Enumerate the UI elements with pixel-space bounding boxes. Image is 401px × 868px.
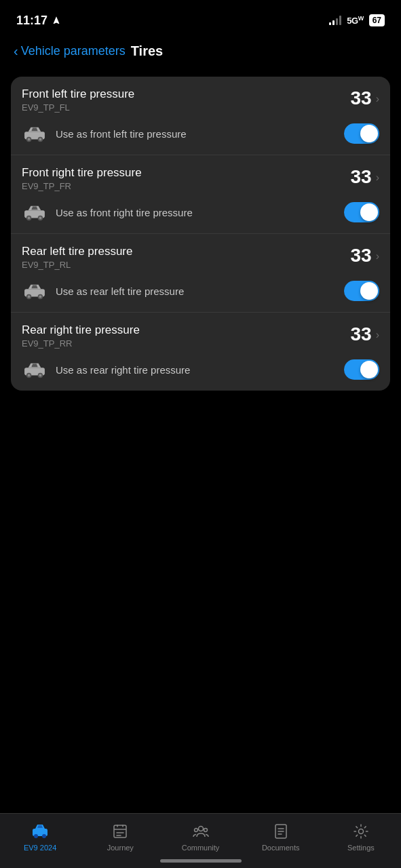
- tire-name-front-left: Front left tire pressure: [22, 87, 134, 101]
- toggle-switch-rear-left[interactable]: [344, 281, 379, 301]
- svg-point-19: [39, 374, 42, 377]
- toggle-switch-front-left[interactable]: [344, 123, 379, 144]
- tire-info-front-left: Front left tire pressure EV9_TP_FL: [22, 87, 134, 113]
- tire-sensor-id-front-left: EV9_TP_FL: [22, 102, 134, 113]
- location-icon: [52, 16, 61, 25]
- svg-point-21: [34, 834, 38, 838]
- documents-tab-label: Documents: [262, 844, 300, 852]
- svg-point-18: [28, 374, 31, 377]
- toggle-left-front-left: Use as front left tire pressure: [22, 124, 187, 143]
- status-right-area: 5GW 67: [329, 14, 385, 26]
- settings-tab-icon: [351, 822, 370, 841]
- home-indicator: [160, 859, 242, 863]
- tire-chevron-icon-rear-right: ›: [376, 329, 379, 341]
- tire-info-rear-left: Rear left tire pressure EV9_TP_RL: [22, 245, 132, 270]
- tire-sensor-id-front-right: EV9_TP_FR: [22, 181, 142, 191]
- tire-info-rear-right: Rear right tire pressure EV9_TP_RR: [22, 323, 140, 349]
- tire-sensor-id-rear-left: EV9_TP_RL: [22, 260, 132, 270]
- vehicle-tab-label: EV9 2024: [24, 844, 56, 852]
- tire-header-front-left: Front left tire pressure EV9_TP_FL 33 ›: [11, 77, 390, 117]
- toggle-left-rear-left: Use as rear left tire pressure: [22, 281, 184, 300]
- tire-section-front-right: Front right tire pressure EV9_TP_FR 33 ›: [11, 155, 390, 234]
- car-icon-rear-left: [22, 281, 47, 300]
- tire-value-front-right: 33: [351, 166, 372, 188]
- tire-section-rear-left: Rear left tire pressure EV9_TP_RL 33 ›: [11, 234, 390, 313]
- svg-point-9: [39, 217, 42, 220]
- svg-point-14: [39, 296, 42, 298]
- tire-name-rear-right: Rear right tire pressure: [22, 323, 140, 337]
- tire-chevron-icon-front-left: ›: [376, 93, 379, 105]
- svg-point-24: [198, 827, 203, 831]
- tire-chevron-icon-rear-left: ›: [376, 250, 379, 262]
- community-tab-icon: [191, 822, 210, 841]
- toggle-label-front-right: Use as front right tire pressure: [56, 207, 193, 218]
- status-time: 11:17: [16, 14, 61, 28]
- main-content: Front left tire pressure EV9_TP_FL 33 ›: [0, 70, 401, 404]
- svg-point-22: [42, 834, 46, 838]
- vehicle-tab-icon: [31, 822, 50, 841]
- tire-settings-card: Front left tire pressure EV9_TP_FL 33 ›: [11, 77, 390, 391]
- toggle-label-front-left: Use as front left tire pressure: [56, 128, 187, 140]
- svg-point-8: [28, 217, 31, 220]
- svg-point-3: [28, 138, 31, 141]
- tab-community[interactable]: Community: [160, 822, 240, 852]
- journey-tab-label: Journey: [107, 844, 134, 852]
- tire-value-rear-right: 33: [351, 323, 372, 345]
- tire-value-area-rear-right[interactable]: 33 ›: [351, 323, 379, 345]
- tire-name-front-right: Front right tire pressure: [22, 166, 142, 180]
- page-title: Tires: [131, 43, 163, 59]
- car-icon-front-right: [22, 203, 47, 222]
- svg-point-25: [194, 829, 197, 832]
- svg-point-4: [39, 138, 42, 141]
- tire-value-rear-left: 33: [351, 245, 372, 267]
- status-bar: 11:17 5GW 67: [0, 0, 401, 37]
- toggle-row-front-right: Use as front right tire pressure: [11, 195, 390, 233]
- tire-header-rear-left: Rear left tire pressure EV9_TP_RL 33 ›: [11, 234, 390, 274]
- svg-point-13: [28, 296, 31, 298]
- network-type: 5GW: [347, 15, 363, 26]
- svg-point-28: [358, 829, 363, 834]
- tire-name-rear-left: Rear left tire pressure: [22, 245, 132, 258]
- toggle-left-rear-right: Use as rear right tire pressure: [22, 360, 190, 379]
- toggle-knob-front-right: [360, 203, 378, 221]
- toggle-switch-rear-right[interactable]: [344, 359, 379, 380]
- toggle-knob-rear-right: [360, 361, 378, 378]
- signal-strength: [329, 16, 341, 25]
- toggle-switch-front-right[interactable]: [344, 202, 379, 222]
- tab-journey[interactable]: Journey: [80, 822, 160, 852]
- tire-value-area-rear-left[interactable]: 33 ›: [351, 245, 379, 267]
- toggle-row-rear-left: Use as rear left tire pressure: [11, 274, 390, 312]
- toggle-knob-front-left: [360, 125, 378, 142]
- car-icon-rear-right: [22, 360, 47, 379]
- toggle-left-front-right: Use as front right tire pressure: [22, 203, 193, 222]
- car-icon-front-left: [22, 124, 47, 143]
- back-button[interactable]: ‹ Vehicle parameters: [14, 43, 126, 59]
- toggle-row-front-left: Use as front left tire pressure: [11, 117, 390, 155]
- toggle-label-rear-left: Use as rear left tire pressure: [56, 285, 184, 297]
- tire-section-rear-right: Rear right tire pressure EV9_TP_RR 33 ›: [11, 313, 390, 391]
- journey-tab-icon: [111, 822, 130, 841]
- tab-settings[interactable]: Settings: [321, 822, 401, 852]
- back-label[interactable]: Vehicle parameters: [21, 44, 126, 58]
- nav-header: ‹ Vehicle parameters Tires: [0, 37, 401, 70]
- settings-tab-label: Settings: [347, 844, 375, 852]
- back-chevron-icon: ‹: [14, 43, 18, 59]
- tire-value-area-front-right[interactable]: 33 ›: [351, 166, 379, 188]
- tire-section-front-left: Front left tire pressure EV9_TP_FL 33 ›: [11, 77, 390, 155]
- toggle-knob-rear-left: [360, 282, 378, 300]
- toggle-label-rear-right: Use as rear right tire pressure: [56, 364, 190, 376]
- tire-header-front-right: Front right tire pressure EV9_TP_FR 33 ›: [11, 155, 390, 195]
- tire-info-front-right: Front right tire pressure EV9_TP_FR: [22, 166, 142, 191]
- tire-sensor-id-rear-right: EV9_TP_RR: [22, 338, 140, 349]
- battery-indicator: 67: [369, 14, 385, 26]
- tab-vehicle[interactable]: EV9 2024: [0, 822, 80, 852]
- tab-documents[interactable]: Documents: [241, 822, 321, 852]
- svg-point-26: [204, 829, 207, 832]
- tire-value-area-front-left[interactable]: 33 ›: [351, 87, 379, 109]
- tire-header-rear-right: Rear right tire pressure EV9_TP_RR 33 ›: [11, 313, 390, 353]
- tire-chevron-icon-front-right: ›: [376, 172, 379, 184]
- toggle-row-rear-right: Use as rear right tire pressure: [11, 353, 390, 391]
- community-tab-label: Community: [182, 844, 220, 852]
- documents-tab-icon: [271, 822, 290, 841]
- tire-value-front-left: 33: [351, 87, 372, 109]
